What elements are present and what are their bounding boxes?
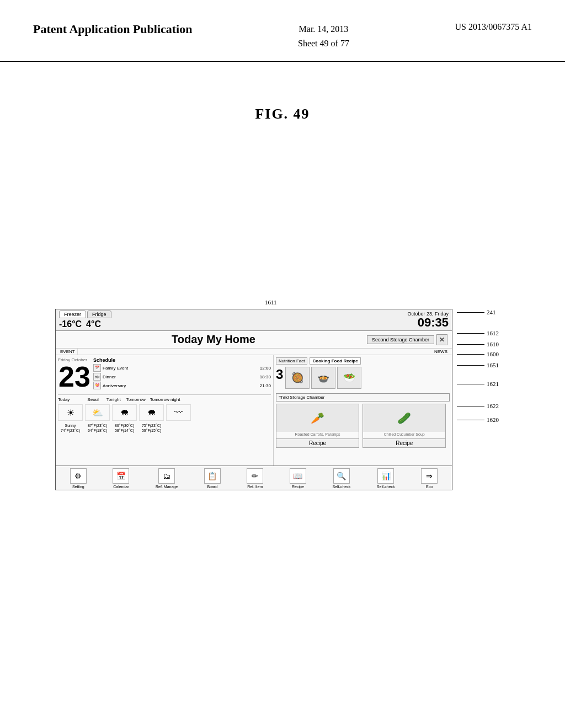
ref-1620-line: 1620 [457, 416, 499, 423]
weather-icon-1: ⛅ [85, 404, 110, 421]
recipe-icon: 📖 [290, 468, 306, 484]
close-button[interactable]: ✕ [436, 334, 447, 345]
ref-1610: 1610 [487, 341, 499, 347]
fridge-nav: ⚙ Setting 📅 Calendar 🗂 Ref. Manage 📋 Boa… [56, 465, 452, 490]
nutrition-tab[interactable]: Nutrition Fact [276, 357, 308, 365]
patent-title: Patent Application Publication [33, 22, 192, 36]
weather-temp-3: 75°F(23°C) 59°F(15°C) [139, 423, 164, 433]
main-title: Today My Home [60, 333, 367, 346]
ref-241: 241 [487, 309, 496, 315]
recipe-tabs: Nutrition Fact Cooking Food Recipe [276, 357, 450, 365]
nav-ref-manage[interactable]: 🗂 Ref. Manage [156, 468, 178, 489]
patent-number: US 2013/0067375 A1 [455, 22, 532, 32]
recipe-images: 🥘 🍲 🥗 [285, 367, 361, 389]
section-labels: EVENT NEWS [56, 349, 452, 355]
board-icon: 📋 [204, 468, 221, 484]
nav-selfcheck2-label: Self-check [377, 485, 395, 489]
weather-icon-0: ☀ [58, 404, 83, 421]
recipe-img-3: 🥗 [337, 367, 361, 389]
weather-area: Today Seoul Tonight Tomorrow Tomorrow ni… [58, 394, 271, 433]
recipe-count: 3 [276, 367, 283, 382]
nav-board-label: Board [207, 485, 217, 489]
weather-day-4: Tomorrow night [150, 397, 180, 402]
nav-ref-item-label: Ref. Item [247, 485, 263, 489]
schedule-item-2: 🍽 Dinner 18:30 [93, 373, 271, 381]
patent-header: Patent Application Publication Mar. 14, … [0, 0, 565, 62]
weather-icon-2: 🌧 [112, 404, 137, 421]
schedule-list: Schedule 📅 Family Event 12:00 🍽 Dinner 1… [93, 357, 271, 391]
fridge-titlebar: Today My Home Second Storage Chamber ✕ [56, 331, 452, 349]
nav-eco-label: Eco [426, 485, 433, 489]
ref-1651-line: 1651 [457, 362, 499, 368]
clock-area: October 23, Friday 09:35 [407, 311, 449, 329]
second-storage-btn[interactable]: Second Storage Chamber [367, 335, 434, 344]
diagram-area: 1611 Freezer Fridge -16°C 4°C October 23… [55, 309, 508, 490]
selfcheck1-icon: 🔍 [333, 468, 350, 484]
ref-1621-line: 1621 [457, 381, 499, 387]
nav-recipe[interactable]: 📖 Recipe [290, 468, 306, 489]
nav-setting[interactable]: ⚙ Setting [70, 468, 87, 489]
weather-days: Today Seoul Tonight Tomorrow Tomorrow ni… [58, 397, 271, 402]
fridge-ui: Freezer Fridge -16°C 4°C October 23, Fri… [55, 309, 452, 490]
ref-1621: 1621 [487, 381, 499, 387]
patent-date: Mar. 14, 2013 [299, 24, 349, 34]
weather-temp-2: 86°F(30°C) 58°F(14°C) [112, 423, 137, 433]
cooking-tab[interactable]: Cooking Food Recipe [310, 357, 360, 365]
recipe-btn-1[interactable]: Recipe [276, 438, 359, 447]
today-temp: 74°F(23°C) [61, 429, 80, 432]
calendar-area: Friday October 23 Schedule 📅 Family Even… [58, 357, 271, 391]
weather-icons-row: ☀ ⛅ 🌧 🌧 〰 [58, 404, 271, 421]
schedule-header: Schedule [93, 357, 271, 363]
event-time-1: 12:00 [260, 366, 271, 371]
recipe-img-1: 🥘 [285, 367, 310, 389]
weather-temps-row: Sunny 74°F(23°C) 87°F(23°C) 64°F(18°C) 8… [58, 423, 271, 433]
ref-item-icon: ✏ [247, 468, 263, 484]
weather-icon-3: 🌧 [139, 404, 164, 421]
nav-recipe-label: Recipe [292, 485, 304, 489]
calendar-section: Friday October 23 Schedule 📅 Family Even… [56, 355, 274, 465]
nav-calendar-label: Calendar [113, 485, 129, 489]
eco-icon: ⇒ [421, 468, 438, 484]
nav-selfcheck-1[interactable]: 🔍 Self-check [333, 468, 351, 489]
schedule-item-3: 💝 Anniversary 21:30 [93, 382, 271, 389]
patent-sheet: Sheet 49 of 77 [298, 39, 349, 48]
third-storage-label: Third Storage Chamber [276, 393, 450, 402]
fridge-tab[interactable]: Fridge [87, 311, 111, 318]
ref-1611: 1611 [265, 299, 277, 306]
nav-calendar[interactable]: 📅 Calendar [113, 468, 129, 489]
selfcheck2-icon: 📊 [377, 468, 394, 484]
recipe-card-1: 🥕 Roasted Carrots, Parsnips Recipe [276, 404, 359, 448]
setting-icon: ⚙ [70, 468, 87, 484]
ref-1622: 1622 [487, 403, 499, 409]
ref-1651: 1651 [487, 362, 499, 368]
event-label-3: Anniversary [103, 383, 126, 388]
event-time-3: 21:30 [260, 383, 271, 388]
dinner-icon: 🍽 [93, 373, 101, 381]
anniversary-icon: 💝 [93, 382, 101, 389]
nav-ref-item[interactable]: ✏ Ref. Item [247, 468, 263, 489]
weather-day-3: Tomorrow [126, 397, 146, 402]
today-label: Sunny [65, 424, 76, 427]
news-label: NEWS [432, 349, 450, 355]
event-icon: 📅 [93, 364, 101, 372]
weather-day-2: Tonight [106, 397, 121, 402]
weather-day-0: Today [58, 397, 70, 402]
nav-ref-manage-label: Ref. Manage [156, 485, 178, 489]
recipe-img-2: 🍲 [311, 367, 335, 389]
nav-board[interactable]: 📋 Board [204, 468, 221, 489]
nav-selfcheck-2[interactable]: 📊 Self-check [377, 468, 395, 489]
patent-meta: Mar. 14, 2013 Sheet 49 of 77 [298, 22, 349, 50]
fridge-temps: -16°C 4°C [59, 319, 111, 329]
time-display: 09:35 [407, 317, 449, 329]
ref-1600-line: 1600 [457, 351, 499, 357]
recipe-btn-2[interactable]: Recipe [363, 438, 445, 447]
recipe-card-label-1: Roasted Carrots, Parsnips [276, 432, 359, 437]
figure-label: FIG. 49 [0, 106, 565, 122]
nav-setting-label: Setting [72, 485, 84, 489]
nav-eco[interactable]: ⇒ Eco [421, 468, 438, 489]
freezer-tab[interactable]: Freezer [59, 311, 86, 318]
event-label-2: Dinner [103, 374, 116, 379]
ref-1610-line: 1610 [457, 341, 499, 347]
weather-icon-4: 〰 [166, 404, 191, 421]
fridge-tabs: Freezer Fridge [59, 311, 111, 318]
